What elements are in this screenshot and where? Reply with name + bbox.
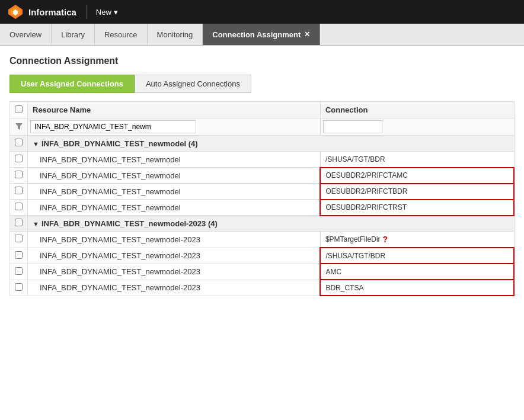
nav-divider (86, 5, 87, 19)
chevron-down-icon: ▾ (114, 8, 118, 17)
table-header-row: Resource Name Connection (10, 102, 515, 118)
filter-resource-cell (28, 118, 321, 136)
row-checkbox[interactable] (15, 203, 23, 210)
tab-overview[interactable]: Overview (0, 24, 52, 45)
table-body: ▼INFA_BDR_DYNAMIC_TEST_newmodel (4)INFA_… (10, 136, 515, 296)
tab-monitoring[interactable]: Monitoring (148, 24, 203, 45)
tab-bar: Overview Library Resource Monitoring Con… (0, 24, 524, 46)
group-checkbox[interactable] (15, 139, 23, 146)
connection-value: OESUBDR2/PRIFCTBDR (325, 187, 407, 195)
top-bar: Informatica New ▾ (0, 0, 524, 24)
row-checkbox[interactable] (15, 171, 23, 178)
connection-filter-input[interactable] (323, 120, 382, 133)
app-name: Informatica (28, 7, 76, 17)
resource-name-cell: INFA_BDR_DYNAMIC_TEST_newmodel-2023 (28, 264, 321, 280)
row-checkbox[interactable] (15, 251, 23, 259)
resource-filter-input[interactable] (30, 120, 196, 133)
group-name: ▼INFA_BDR_DYNAMIC_TEST_newmodel-2023 (4) (28, 216, 515, 232)
row-checkbox-cell (10, 232, 28, 248)
table-row: INFA_BDR_DYNAMIC_TEST_newmodelOESUBDR2/P… (10, 184, 515, 200)
tab-resource[interactable]: Resource (95, 24, 148, 45)
connection-value: /SHUSA/TGT/BDR (325, 252, 385, 260)
filter-icon (15, 122, 23, 130)
tab-close-icon[interactable]: ✕ (304, 30, 310, 39)
warning-icon: ? (383, 235, 388, 244)
group-header-row: ▼INFA_BDR_DYNAMIC_TEST_newmodel-2023 (4) (10, 216, 515, 232)
header-checkbox-cell (10, 102, 28, 118)
funnel-icon (15, 122, 23, 130)
new-button[interactable]: New ▾ (96, 8, 118, 17)
row-checkbox[interactable] (15, 187, 23, 194)
row-checkbox[interactable] (15, 155, 23, 162)
connection-cell-highlighted: OESUBDR2/PRIFCTBDR (320, 184, 514, 200)
group-name: ▼INFA_BDR_DYNAMIC_TEST_newmodel (4) (28, 136, 515, 152)
filter-connection-cell (320, 118, 514, 136)
expand-icon[interactable]: ▼ (33, 220, 39, 227)
resource-name-cell: INFA_BDR_DYNAMIC_TEST_newmodel-2023 (28, 280, 321, 296)
select-all-checkbox[interactable] (15, 105, 23, 113)
connection-value: BDR_CTSA (325, 284, 363, 292)
sub-tab-auto-assigned[interactable]: Auto Assigned Connections (135, 75, 251, 93)
row-checkbox-cell (10, 200, 28, 216)
row-checkbox[interactable] (15, 283, 23, 291)
table-row: INFA_BDR_DYNAMIC_TEST_newmodelOESUBDR2/P… (10, 200, 515, 216)
group-header-row: ▼INFA_BDR_DYNAMIC_TEST_newmodel (4) (10, 136, 515, 152)
row-checkbox-cell (10, 264, 28, 280)
page-content: Connection Assignment User Assigned Conn… (0, 46, 524, 306)
row-checkbox-cell (10, 280, 28, 296)
row-checkbox-cell (10, 168, 28, 184)
table-row: INFA_BDR_DYNAMIC_TEST_newmodelOESUBDR2/P… (10, 168, 515, 184)
logo-area: Informatica (7, 4, 76, 20)
row-checkbox[interactable] (15, 267, 23, 275)
resource-name-cell: INFA_BDR_DYNAMIC_TEST_newmodel-2023 (28, 232, 321, 248)
table-row: INFA_BDR_DYNAMIC_TEST_newmodel/SHUSA/TGT… (10, 152, 515, 168)
row-checkbox-cell (10, 152, 28, 168)
svg-marker-3 (15, 123, 23, 130)
connection-cell: /SHUSA/TGT/BDR (320, 152, 514, 168)
connection-cell: $PMTargetFileDir ? (320, 232, 514, 248)
header-connection: Connection (320, 102, 514, 118)
resource-name-cell: INFA_BDR_DYNAMIC_TEST_newmodel (28, 168, 321, 184)
connection-text: $PMTargetFileDir (325, 235, 381, 243)
sub-tab-user-assigned[interactable]: User Assigned Connections (9, 75, 135, 93)
table-row: INFA_BDR_DYNAMIC_TEST_newmodel-2023 $PMT… (10, 232, 515, 248)
expand-icon[interactable]: ▼ (33, 140, 39, 148)
connection-cell-highlighted: AMC (320, 264, 514, 280)
header-resource-name: Resource Name (28, 102, 321, 118)
connection-cell-highlighted: OESUBDR2/PRIFCTRST (320, 200, 514, 216)
connection-cell-highlighted: BDR_CTSA (320, 280, 514, 296)
informatica-logo-icon (7, 4, 24, 20)
connection-cell-highlighted: OESUBDR2/PRIFCTAMC (320, 168, 514, 184)
row-checkbox[interactable] (15, 235, 23, 242)
group-checkbox-cell (10, 136, 28, 152)
tab-connection-assignment[interactable]: Connection Assignment ✕ (203, 24, 320, 45)
page-title: Connection Assignment (9, 56, 515, 66)
resource-name-cell: INFA_BDR_DYNAMIC_TEST_newmodel (28, 152, 321, 168)
table-row: INFA_BDR_DYNAMIC_TEST_newmodel-2023AMC (10, 264, 515, 280)
resource-name-cell: INFA_BDR_DYNAMIC_TEST_newmodel-2023 (28, 248, 321, 264)
connection-value: $PMTargetFileDir ? (325, 235, 509, 244)
resource-name-cell: INFA_BDR_DYNAMIC_TEST_newmodel (28, 184, 321, 200)
connection-cell-highlighted: /SHUSA/TGT/BDR (320, 248, 514, 264)
filter-row (10, 118, 515, 136)
connection-value: AMC (325, 268, 341, 276)
table-row: INFA_BDR_DYNAMIC_TEST_newmodel-2023BDR_C… (10, 280, 515, 296)
connections-table: Resource Name Connection (9, 101, 515, 296)
table-row: INFA_BDR_DYNAMIC_TEST_newmodel-2023/SHUS… (10, 248, 515, 264)
row-checkbox-cell (10, 184, 28, 200)
resource-name-cell: INFA_BDR_DYNAMIC_TEST_newmodel (28, 200, 321, 216)
row-checkbox-cell (10, 248, 28, 264)
group-checkbox-cell (10, 216, 28, 232)
connection-value: /SHUSA/TGT/BDR (325, 155, 385, 163)
group-checkbox[interactable] (15, 219, 23, 226)
filter-icon-cell (10, 118, 28, 136)
sub-tabs: User Assigned Connections Auto Assigned … (9, 75, 515, 93)
connection-value: OESUBDR2/PRIFCTRST (325, 203, 407, 211)
connection-value: OESUBDR2/PRIFCTAMC (325, 171, 407, 179)
tab-library[interactable]: Library (52, 24, 95, 45)
